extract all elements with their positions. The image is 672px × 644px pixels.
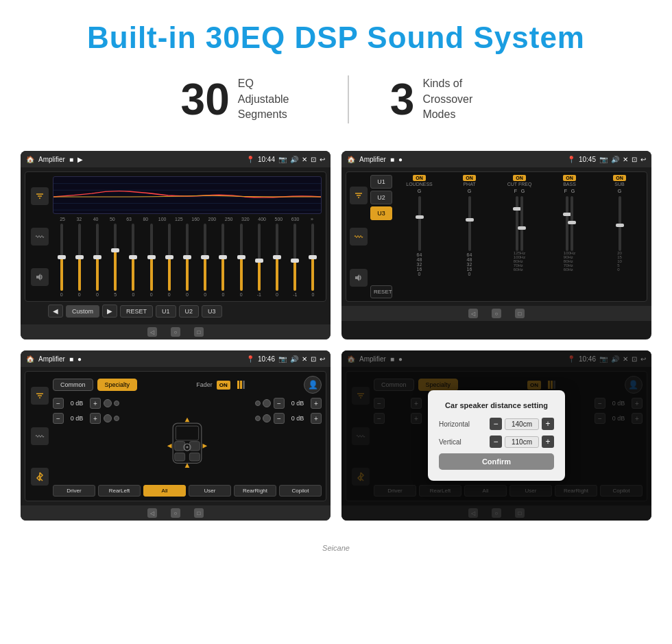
top-left-minus[interactable]: − — [53, 398, 64, 409]
freq-expand[interactable]: » — [304, 217, 320, 222]
top-left-plus[interactable]: + — [90, 398, 101, 409]
cx-on-cutfreq[interactable]: ON — [513, 175, 526, 181]
person-icon-btn[interactable]: 👤 — [304, 376, 322, 394]
cx-name-loudness: LOUDNESS — [406, 182, 433, 187]
cx-on-sub[interactable]: ON — [613, 175, 626, 181]
sp-filter-btn[interactable] — [31, 387, 49, 405]
slider-1[interactable]: 0 — [53, 224, 70, 297]
cx-u3-btn[interactable]: U3 — [370, 206, 392, 220]
freq-32: 32 — [71, 217, 87, 222]
u2-btn[interactable]: U2 — [179, 305, 200, 318]
bottom-right-plus[interactable]: + — [311, 413, 322, 424]
bottom-nav-1: ◁ ○ □ — [21, 324, 331, 339]
bottom-left-plus[interactable]: + — [90, 413, 101, 424]
close-icon[interactable]: ✕ — [302, 156, 307, 163]
slider-4[interactable]: 5 — [107, 224, 124, 297]
confirm-button[interactable]: Confirm — [439, 453, 554, 470]
cx-reset-btn[interactable]: RESET — [370, 285, 392, 298]
close-icon-3[interactable]: ✕ — [302, 355, 307, 363]
slider-2[interactable]: 0 — [71, 224, 88, 297]
slider-10[interactable]: 0 — [215, 224, 232, 297]
slider-13[interactable]: 0 — [268, 224, 285, 297]
nav-back-2[interactable]: ◁ — [468, 309, 478, 318]
u3-btn[interactable]: U3 — [202, 305, 222, 318]
sp-center: − 0 dB + − 0 dB + — [53, 398, 322, 482]
slider-5[interactable]: 0 — [125, 224, 142, 297]
driver-btn[interactable]: Driver — [53, 485, 95, 497]
sp-wave-btn[interactable] — [31, 427, 49, 445]
nav-home-2[interactable]: ○ — [492, 309, 501, 318]
bottom-right-minus[interactable]: − — [274, 413, 285, 424]
all-btn[interactable]: All — [143, 485, 186, 497]
home-icon-3[interactable]: 🏠 — [26, 355, 34, 363]
common-tab[interactable]: Common — [53, 379, 93, 391]
u1-btn[interactable]: U1 — [156, 305, 176, 318]
prev-arrow[interactable]: ◀ — [48, 305, 63, 318]
nav-recent[interactable]: □ — [194, 327, 204, 337]
slider-14[interactable]: -1 — [287, 224, 304, 297]
record-icon: ■ — [69, 156, 73, 163]
cx-on-phat[interactable]: ON — [463, 175, 476, 181]
vertical-plus[interactable]: + — [542, 436, 554, 448]
sp-bluetooth-btn[interactable] — [31, 468, 49, 486]
speaker-btn[interactable] — [31, 268, 49, 286]
cx-wave-btn[interactable] — [350, 228, 368, 246]
user-btn[interactable]: User — [189, 485, 231, 497]
top-right-plus[interactable]: + — [311, 398, 322, 409]
slider-7[interactable]: 0 — [160, 224, 178, 297]
filter-btn[interactable] — [31, 187, 49, 205]
home-icon[interactable]: 🏠 — [26, 156, 34, 163]
slider-6[interactable]: 0 — [143, 224, 160, 297]
rear-right-btn[interactable]: RearRight — [234, 485, 276, 497]
vertical-minus[interactable]: − — [490, 436, 502, 448]
screen2-status-bar: 🏠 Amplifier ■ ● 📍 10:45 📷 🔊 ✕ ⊡ ↩ — [341, 151, 651, 167]
back-icon[interactable]: ↩ — [320, 156, 325, 163]
slider-9[interactable]: 0 — [197, 224, 214, 297]
horizontal-minus[interactable]: − — [490, 418, 502, 430]
fader-on-badge[interactable]: ON — [217, 381, 230, 390]
slider-3[interactable]: 0 — [88, 224, 106, 297]
dialog-horizontal-row: Horizontal − 140cm + — [439, 418, 554, 430]
speaker-distance-dialog: Car speaker distance setting Horizontal … — [428, 390, 565, 481]
eq-number: 30 — [181, 77, 230, 121]
volume-icon-3: 🔊 — [290, 355, 298, 363]
horizontal-plus[interactable]: + — [542, 418, 554, 430]
nav-back[interactable]: ◁ — [147, 327, 157, 337]
top-left-db: 0 dB — [67, 400, 87, 407]
cx-on-bass[interactable]: ON — [563, 175, 576, 181]
slider-11[interactable]: 0 — [232, 224, 250, 297]
nav-home-3[interactable]: ○ — [171, 508, 180, 518]
volume-icon-2: 🔊 — [611, 156, 619, 163]
wave-btn[interactable] — [31, 228, 49, 246]
nav-back-3[interactable]: ◁ — [147, 508, 157, 518]
rear-left-btn[interactable]: RearLeft — [98, 485, 141, 497]
specialty-tab[interactable]: Specialty — [97, 379, 138, 391]
back-icon-3[interactable]: ↩ — [320, 355, 325, 363]
crossover-label: Kinds ofCrossover Modes — [422, 76, 491, 122]
bottom-left-minus[interactable]: − — [53, 413, 64, 424]
copilot-btn[interactable]: Copilot — [279, 485, 322, 497]
custom-btn[interactable]: Custom — [66, 305, 99, 318]
cx-speaker-btn[interactable] — [350, 269, 368, 287]
cx-u2-btn[interactable]: U2 — [370, 191, 392, 204]
top-right-minus[interactable]: − — [274, 398, 285, 409]
cx-u1-btn[interactable]: U1 — [370, 175, 392, 189]
nav-recent-3[interactable]: □ — [194, 508, 204, 518]
next-arrow[interactable]: ▶ — [102, 305, 117, 318]
slider-8[interactable]: 0 — [178, 224, 195, 297]
slider-15[interactable]: 0 — [304, 224, 322, 297]
nav-home[interactable]: ○ — [171, 327, 180, 337]
cx-filter-btn[interactable] — [350, 187, 368, 204]
nav-recent-2[interactable]: □ — [515, 309, 525, 318]
close-icon-2[interactable]: ✕ — [623, 156, 628, 163]
home-icon-2[interactable]: 🏠 — [347, 156, 355, 163]
back-icon-2[interactable]: ↩ — [640, 156, 646, 163]
screen1-status-bar: 🏠 Amplifier ■ ▶ 📍 10:44 📷 🔊 ✕ ⊡ ↩ — [21, 151, 331, 167]
vertical-label: Vertical — [439, 438, 461, 446]
bottom-nav-2: ◁ ○ □ — [341, 306, 651, 321]
cx-on-loudness[interactable]: ON — [413, 175, 426, 181]
play-icon[interactable]: ▶ — [77, 156, 83, 163]
reset-btn[interactable]: RESET — [120, 305, 153, 318]
slider-12[interactable]: -1 — [250, 224, 267, 297]
cx-band-phat: ON PHAT G 64 48 32 16 0 — [445, 175, 494, 298]
